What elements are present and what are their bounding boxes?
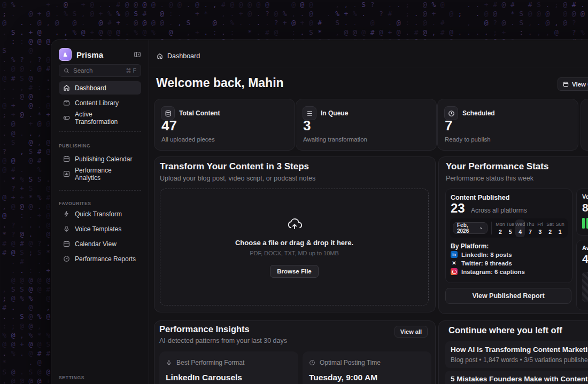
dropzone-secondary-text: PDF, DOCX, TXT, MD up to 10MB [250,250,339,256]
continue-panel: Continue where you left off How AI is Tr… [438,320,588,384]
stat-label: Total Content [179,109,220,117]
insight-label: Optimal Posting Time [320,359,381,366]
sidebar-item-label: Performance Analytics [75,167,137,182]
stat-sub: All uploaded pieces [161,136,215,143]
published-label: Content Published [451,194,509,201]
insights-title: Performance Insights [159,324,250,334]
sidebar-item-active-transformation[interactable]: Active Transformation [59,111,141,124]
continue-item[interactable]: 5 Mistakes Founders Make with Content St… [445,371,588,384]
side-card-label: Avg [582,245,588,251]
calendar-icon [563,81,569,87]
content-published-card: Content Published 23 Across all platform… [445,189,572,283]
sidebar-item-performance-reports[interactable]: Performance Reports [59,252,141,265]
by-platform-label: By Platform: [451,242,489,250]
sidebar-item-label: Performance Reports [75,255,136,263]
month-select[interactable]: Feb, 2026 [453,222,488,234]
archive-icon [63,99,70,106]
calendar-icon [63,155,70,162]
transform-panel: Transform Your Content in 3 Steps Upload… [154,156,436,312]
platform-label: LinkedIn: 8 posts [461,252,512,258]
day-column-highlighted: Wed4 [515,220,525,237]
twitter-x-icon: ✕ [451,260,458,267]
brand-row: Prisma [59,48,141,61]
publishing-section-label: PUBLISHING [59,143,141,148]
insights-subtitle: AI-detected patterns from your last 30 d… [159,337,287,344]
view-published-report-button[interactable]: View Published Report [445,288,571,304]
platform-label: Instagram: 6 captions [461,269,525,275]
stat-card-scheduled: Scheduled 7 Ready to publish [437,99,578,151]
sidebar-item-quick-transform[interactable]: Quick Transform [59,207,141,221]
sidebar-item-calendar-view[interactable]: Calendar View [59,237,141,250]
day-column: Sun1 [555,222,565,235]
transform-subtitle: Upload your blog post, video script, or … [160,175,315,182]
published-value: 23 [451,201,465,216]
chart-icon [63,170,70,177]
breadcrumb-label[interactable]: Dashboard [167,52,200,60]
performance-title: Your Performance Stats [446,161,548,172]
performance-stats-panel: Your Performance Stats Performance statu… [438,156,588,314]
stat-card-in-queue: In Queue 3 Awaiting transformation [296,99,437,151]
stat-label: In Queue [321,109,348,117]
published-caption: Across all platforms [471,207,527,214]
brand-name: Prisma [76,50,129,59]
breadcrumb: Dashboard [149,40,588,67]
mic-icon [63,225,70,232]
view-calendar-button[interactable]: View Calendar [558,77,588,91]
sidebar-item-label: Active Transformation [75,111,137,126]
view-all-button[interactable]: View all [394,326,428,338]
performance-insights-panel: Performance Insights AI-detected pattern… [154,320,436,384]
bolt-icon [63,210,70,217]
green-bars-indicator [582,218,588,229]
sidebar-item-performance-analytics[interactable]: Performance Analytics [59,167,141,181]
day-column: Thu7 [525,222,535,235]
stat-label: Scheduled [462,109,495,117]
stat-value: 47 [161,117,177,134]
day-column: Mon2 [496,222,506,235]
performance-subtitle: Performance status this week [446,175,533,182]
platform-row-linkedin: in LinkedIn: 8 posts [451,251,512,258]
search-icon [64,68,69,74]
divider [59,131,141,132]
sidebar-item-voice-templates[interactable]: Voice Templates [59,222,141,236]
sidebar-item-content-library[interactable]: Content Library [59,96,141,109]
day-column: Tue5 [505,222,515,235]
platform-row-twitter: ✕ Twitter: 9 threads [451,260,512,267]
toggle-icon [63,114,70,121]
insight-value: Tuesday, 9:00 AM [309,373,425,382]
main-area: Dashboard Welcome back, Mahin View Calen… [149,40,588,384]
voice-score-card: Voi 8. [576,189,588,236]
hatched-placeholder [582,272,588,302]
search-placeholder: Search [73,67,92,74]
prisma-logo-icon [59,48,72,61]
insight-card-best-format[interactable]: Best Performing Format LinkedIn Carousel… [159,351,298,384]
settings-section-label: SETTINGS [59,375,141,380]
linkedin-icon: in [451,251,458,258]
stat-value: 3 [303,117,311,134]
day-column: Sat2 [545,222,555,235]
sidebar-item-publishing-calendar[interactable]: Publishing Calendar [59,152,141,166]
insight-value: LinkedIn Carousels [166,373,292,382]
gauge-icon [63,255,70,262]
divider [491,222,492,234]
sidebar-item-label: Content Library [75,99,119,107]
instagram-icon [451,268,458,275]
dropzone-primary-text: Choose a file or drag & drop it here. [235,239,353,247]
clock-icon [309,359,315,366]
stat-sub: Awaiting transformation [303,136,367,143]
browse-file-button[interactable]: Browse File [270,265,319,278]
sidebar-collapse-icon[interactable] [134,51,141,58]
search-input[interactable]: Search ⌘ F [59,64,141,77]
transform-title: Transform Your Content in 3 Steps [160,161,309,172]
page-title: Welcome back, Mahin [156,76,284,90]
favourites-section-label: FAVOURITES [59,201,141,206]
sidebar-item-label: Dashboard [75,84,106,92]
sidebar-item-dashboard[interactable]: Dashboard [59,81,141,95]
continue-item[interactable]: How AI is Transforming Content Marketing… [445,341,588,368]
file-dropzone[interactable]: Choose a file or drag & drop it here. PD… [160,189,429,305]
chevron-down-icon [479,226,483,230]
continue-item-title: 5 Mistakes Founders Make with Content St… [451,375,588,383]
divider [59,190,141,191]
stat-card-clipped [581,99,588,151]
insight-label: Best Performing Format [176,359,244,366]
insight-card-posting-time[interactable]: Optimal Posting Time Tuesday, 9:00 AM [303,351,431,384]
